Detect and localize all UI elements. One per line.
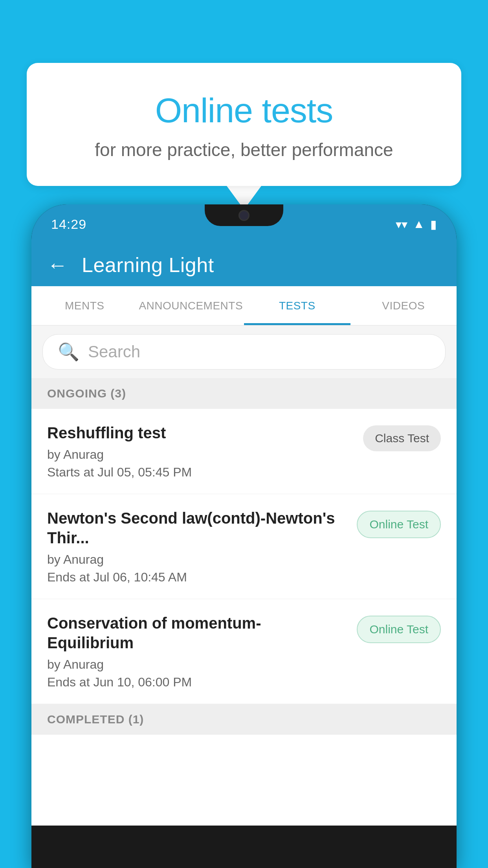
test-name-newton: Newton's Second law(contd)-Newton's Thir… xyxy=(47,508,345,548)
search-placeholder: Search xyxy=(88,342,140,361)
phone-camera xyxy=(238,210,250,221)
phone-screen: ← Learning Light MENTS ANNOUNCEMENTS TES… xyxy=(31,244,457,826)
test-author-newton: by Anurag xyxy=(47,552,345,567)
tab-videos[interactable]: VIDEOS xyxy=(350,286,457,325)
test-info-newton: Newton's Second law(contd)-Newton's Thir… xyxy=(47,508,357,585)
signal-icon: ▲ xyxy=(413,217,425,231)
tab-bar: MENTS ANNOUNCEMENTS TESTS VIDEOS xyxy=(31,286,457,326)
test-author-reshuffling: by Anurag xyxy=(47,447,351,462)
search-bar[interactable]: 🔍 Search xyxy=(42,334,446,370)
test-info-reshuffling: Reshuffling test by Anurag Starts at Jul… xyxy=(47,423,363,480)
test-item-newton[interactable]: Newton's Second law(contd)-Newton's Thir… xyxy=(31,494,457,599)
search-icon: 🔍 xyxy=(58,342,79,362)
speech-bubble-subtitle: for more practice, better performance xyxy=(50,139,438,160)
phone-container: 14:29 ▾▾ ▲ ▮ ← Learning Light MENTS xyxy=(31,204,457,868)
status-bar: 14:29 ▾▾ ▲ ▮ xyxy=(31,204,457,244)
status-time: 14:29 xyxy=(51,217,86,232)
test-date-conservation: Ends at Jun 10, 06:00 PM xyxy=(47,675,345,690)
test-name-conservation: Conservation of momentum-Equilibrium xyxy=(47,613,345,653)
phone-frame: 14:29 ▾▾ ▲ ▮ ← Learning Light MENTS xyxy=(31,204,457,868)
battery-icon: ▮ xyxy=(430,217,437,231)
test-badge-online-newton: Online Test xyxy=(357,511,441,538)
ongoing-section-title: ONGOING (3) xyxy=(47,387,126,400)
tab-announcements[interactable]: ANNOUNCEMENTS xyxy=(138,286,244,325)
test-badge-online-conservation: Online Test xyxy=(357,616,441,643)
speech-bubble-title: Online tests xyxy=(50,90,438,131)
app-title: Learning Light xyxy=(82,253,214,277)
speech-bubble: Online tests for more practice, better p… xyxy=(27,63,461,186)
ongoing-section-header: ONGOING (3) xyxy=(31,378,457,409)
test-badge-class: Class Test xyxy=(363,425,441,451)
back-button[interactable]: ← xyxy=(47,253,68,277)
test-author-conservation: by Anurag xyxy=(47,657,345,672)
test-info-conservation: Conservation of momentum-Equilibrium by … xyxy=(47,613,357,690)
app-header: ← Learning Light xyxy=(31,244,457,286)
completed-section-title: COMPLETED (1) xyxy=(47,713,144,726)
test-name-reshuffling: Reshuffling test xyxy=(47,423,351,443)
test-item-reshuffling[interactable]: Reshuffling test by Anurag Starts at Jul… xyxy=(31,409,457,494)
status-icons: ▾▾ ▲ ▮ xyxy=(396,217,437,231)
test-date-reshuffling: Starts at Jul 05, 05:45 PM xyxy=(47,465,351,480)
search-container: 🔍 Search xyxy=(31,326,457,378)
test-item-conservation[interactable]: Conservation of momentum-Equilibrium by … xyxy=(31,599,457,704)
test-date-newton: Ends at Jul 06, 10:45 AM xyxy=(47,570,345,585)
phone-content: ← Learning Light MENTS ANNOUNCEMENTS TES… xyxy=(31,244,457,826)
completed-section-header: COMPLETED (1) xyxy=(31,704,457,735)
tab-ments[interactable]: MENTS xyxy=(31,286,138,325)
test-list: Reshuffling test by Anurag Starts at Jul… xyxy=(31,409,457,704)
wifi-icon: ▾▾ xyxy=(396,217,407,231)
tab-tests[interactable]: TESTS xyxy=(244,286,350,325)
phone-notch xyxy=(205,204,283,226)
speech-bubble-container: Online tests for more practice, better p… xyxy=(27,63,461,210)
